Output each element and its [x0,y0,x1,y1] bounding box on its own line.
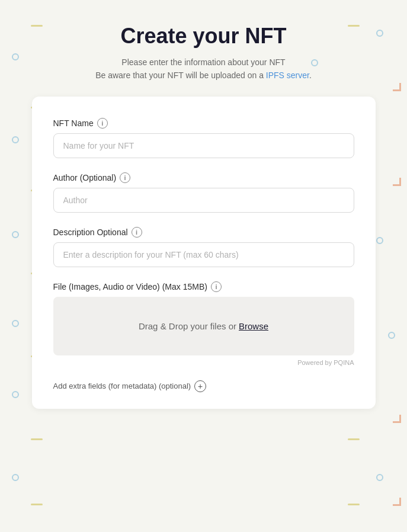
author-label: Author (Optional) i [53,172,354,183]
author-input[interactable] [53,188,354,213]
description-field-group: Description Optional i [53,227,354,267]
form-card: NFT Name i Author (Optional) i Descripti… [32,97,376,409]
deco-corner [393,415,401,423]
file-label: File (Images, Audio or Video) (Max 15MB)… [53,281,354,292]
description-label: Description Optional i [53,227,354,238]
description-input[interactable] [53,242,354,267]
file-field-group: File (Images, Audio or Video) (Max 15MB)… [53,281,354,366]
nft-name-field-group: NFT Name i [53,118,354,158]
author-field-group: Author (Optional) i [53,172,354,213]
subtitle-line1: Please enter the information about your … [121,57,285,67]
file-info-icon[interactable]: i [211,281,222,292]
deco-corner [393,498,401,506]
author-info-icon[interactable]: i [120,172,130,183]
powered-by: Powered by PQINA [53,359,354,366]
deco-dash [31,438,43,440]
description-info-icon[interactable]: i [132,227,142,238]
deco-dash [31,504,43,505]
deco-circle [12,474,19,481]
nft-name-input[interactable] [53,133,354,158]
deco-dash [348,504,360,505]
page-wrapper: Create your NFT Please enter the informa… [0,0,407,409]
page-title: Create your NFT [120,24,286,49]
drop-text: Drag & Drop your files or [139,321,236,331]
subtitle: Please enter the information about your … [95,56,312,82]
deco-dash [348,438,360,440]
browse-link[interactable]: Browse [239,321,268,331]
ipfs-server-link[interactable]: IPFS server [266,70,309,80]
file-drop-zone[interactable]: Drag & Drop your files or Browse [53,297,354,355]
deco-circle [376,474,383,481]
extra-fields-row[interactable]: Add extra fields (for metadata) (optiona… [53,380,354,392]
nft-name-info-icon[interactable]: i [97,118,108,129]
add-extra-fields-icon[interactable]: + [194,380,206,392]
subtitle-line2-suffix: . [309,70,312,80]
subtitle-line2-prefix: Be aware that your NFT will be uploaded … [95,70,266,80]
extra-fields-label: Add extra fields (for metadata) (optiona… [53,382,191,390]
nft-name-label: NFT Name i [53,118,354,129]
